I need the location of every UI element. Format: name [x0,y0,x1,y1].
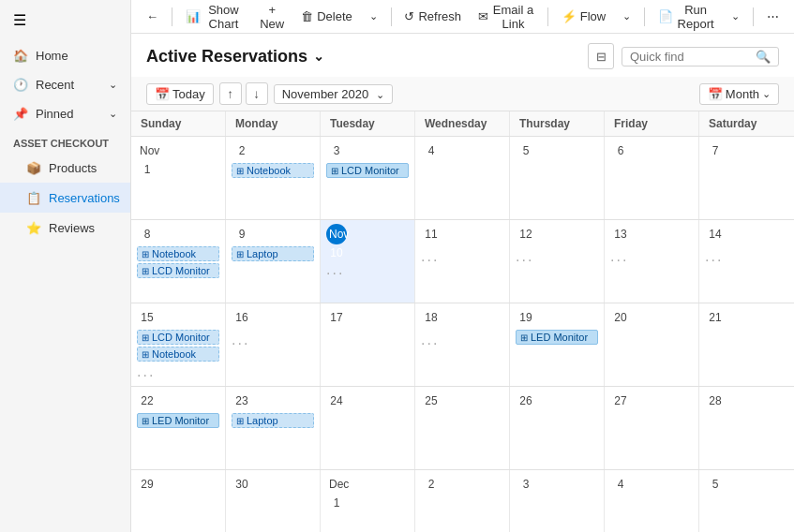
sidebar-item-products[interactable]: 📦 Products [0,153,130,183]
calendar-cell-0-5[interactable]: 6 [605,137,699,219]
calendar-cell-0-3[interactable]: 4 [415,137,510,219]
up-arrow-icon: ↑ [227,87,233,101]
today-button[interactable]: 📅 Today [146,83,214,105]
reservations-icon: 📋 [26,190,41,205]
calendar-event[interactable]: ⊞LCD Monitor [137,330,219,345]
calendar-cell-4-5[interactable]: 4 [605,470,699,532]
calendar-event[interactable]: ⊞Notebook [232,163,314,178]
calendar-cell-2-3[interactable]: 18... [415,303,510,386]
sidebar-item-recent[interactable]: 🕐 Recent ⌄ [0,70,130,99]
calendar-cell-3-6[interactable]: 28 [699,387,794,469]
calendar-cell-0-2[interactable]: 3⊞LCD Monitor [321,137,415,219]
calendar-cell-1-0[interactable]: 8⊞Notebook⊞LCD Monitor [131,220,226,303]
calendar-cell-4-6[interactable]: 5 [699,470,794,532]
calendar-cell-0-1[interactable]: 2⊞Notebook [226,137,321,219]
flow-button[interactable]: ⚡ Flow [554,6,613,27]
flow-label: Flow [580,9,606,23]
calendar-event[interactable]: ⊞LCD Monitor [137,263,219,278]
sidebar-item-reviews[interactable]: ⭐ Reviews [0,213,130,243]
cell-date: 14 [705,224,726,244]
delete-dropdown-icon: ⌄ [369,10,378,22]
calendar-cell-1-1[interactable]: 9⊞Laptop [226,220,321,303]
calendar-week-3: 22⊞LED Monitor23⊞Laptop2425262728 [131,387,794,470]
calendar-cell-3-4[interactable]: 26 [510,387,605,469]
calendar-cell-3-2[interactable]: 24 [321,387,415,469]
calendar-cell-3-5[interactable]: 27 [605,387,699,469]
cell-date: 11 [421,224,442,244]
cell-date: 6 [610,140,631,161]
calendar-cell-4-2[interactable]: Dec 1 [321,470,415,532]
cell-date: 4 [610,474,631,495]
calendar-cell-4-1[interactable]: 30 [226,470,321,532]
back-button[interactable]: ← [139,6,166,27]
calendar-cell-1-5[interactable]: 13... [605,220,699,303]
day-header-saturday: Saturday [699,111,794,136]
calendar-cell-0-6[interactable]: 7 [699,137,794,219]
calendar-cell-3-0[interactable]: 22⊞LED Monitor [131,387,226,469]
toolbar-divider-3 [547,7,548,26]
calendar-event[interactable]: ⊞LED Monitor [137,413,219,428]
event-icon: ⊞ [236,249,244,259]
quick-find-input[interactable] [630,50,752,64]
calendar-event[interactable]: ⊞LCD Monitor [326,163,409,178]
calendar-cell-2-6[interactable]: 21 [699,303,794,386]
page-title-text: Active Reservations [146,47,307,66]
calendar-event[interactable]: ⊞Laptop [232,413,314,428]
refresh-button[interactable]: ↺ Refresh [397,6,469,27]
new-button[interactable]: + New [252,0,292,35]
run-report-dropdown[interactable]: ⌄ [724,7,747,26]
calendar-cell-2-1[interactable]: 16... [226,303,321,386]
calendar-cell-1-3[interactable]: 11... [415,220,510,303]
sidebar: ☰ 🏠 Home 🕐 Recent ⌄ 📌 Pinned ⌄ Asset Che… [0,0,131,532]
flow-dropdown[interactable]: ⌄ [615,7,638,26]
sidebar-item-reservations[interactable]: 📋 Reservations [0,183,130,213]
title-dropdown-icon[interactable]: ⌄ [313,49,324,64]
calendar-cell-0-0[interactable]: Nov 1 [131,137,226,219]
calendar-cell-1-2[interactable]: Nov 10... [321,220,415,303]
calendar-cell-3-3[interactable]: 25 [415,387,510,469]
filter-button[interactable]: ⊟ [588,43,614,69]
calendar-cell-0-4[interactable]: 5 [510,137,605,219]
hamburger-menu[interactable]: ☰ [0,0,130,40]
show-chart-button[interactable]: 📊 Show Chart [178,0,250,35]
delete-button[interactable]: 🗑 Delete [293,6,360,27]
sidebar-item-pinned[interactable]: 📌 Pinned ⌄ [0,99,130,128]
calendar-event[interactable]: ⊞Notebook [137,347,219,362]
email-link-label: Email a Link [492,3,534,31]
cell-date: 16 [232,307,252,328]
calendar-weeks: Nov 12⊞Notebook3⊞LCD Monitor45678⊞Notebo… [131,137,794,532]
calendar-cell-3-1[interactable]: 23⊞Laptop [226,387,321,469]
calendar-cell-4-0[interactable]: 29 [131,470,226,532]
sidebar-item-home[interactable]: 🏠 Home [0,40,130,70]
calendar-cell-2-4[interactable]: 19⊞LED Monitor [510,303,605,386]
more-button[interactable]: ⋯ [759,6,787,27]
calendar-cell-1-4[interactable]: 12... [510,220,605,303]
home-icon: 🏠 [13,48,28,63]
cell-date: 25 [421,391,442,411]
email-link-button[interactable]: ✉ Email a Link [471,0,542,35]
cal-next-button[interactable]: ↓ [246,82,268,105]
view-selector[interactable]: 📅 Month ⌄ [699,83,779,105]
calendar-cell-1-6[interactable]: 14... [699,220,794,303]
delete-dropdown[interactable]: ⌄ [362,7,385,26]
month-selector[interactable]: November 2020 ⌄ [274,84,393,104]
cell-date: 19 [516,307,536,328]
cal-prev-button[interactable]: ↑ [219,82,242,105]
calendar-cell-2-2[interactable]: 17 [321,303,415,386]
calendar-cell-4-4[interactable]: 3 [510,470,605,532]
calendar-cell-4-3[interactable]: 2 [415,470,510,532]
cell-date: Dec 1 [326,474,347,495]
calendar-event[interactable]: ⊞Laptop [232,246,314,261]
toolbar-divider-4 [644,7,645,26]
calendar-cell-2-0[interactable]: 15⊞LCD Monitor⊞Notebook... [131,303,226,386]
event-icon: ⊞ [236,416,244,426]
cell-date: 22 [137,391,157,411]
sidebar-label-pinned: Pinned [36,107,73,121]
event-icon: ⊞ [142,416,149,426]
calendar-event[interactable]: ⊞LED Monitor [516,330,598,345]
calendar-cell-2-5[interactable]: 20 [605,303,699,386]
run-report-button[interactable]: 📄 Run Report [651,0,722,35]
chart-icon: 📊 [186,9,201,23]
calendar-event[interactable]: ⊞Notebook [137,246,219,261]
cell-date: 21 [705,307,726,328]
